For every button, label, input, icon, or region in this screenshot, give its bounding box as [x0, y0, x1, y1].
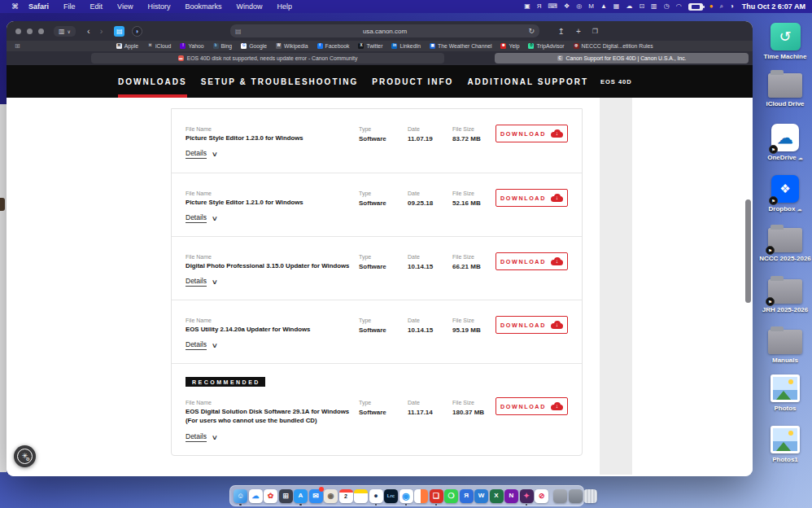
status-icon[interactable]: ◑ [730, 3, 734, 10]
site-nav-link[interactable]: PRODUCT INFO [372, 65, 453, 98]
download-button[interactable]: DOWNLOAD ↓ [495, 316, 568, 334]
dock-item[interactable] [553, 488, 567, 504]
bookmark-item[interactable]: b Bing [213, 43, 233, 49]
dock-app[interactable]: W [474, 488, 488, 504]
zoom-window-button[interactable] [38, 28, 44, 34]
status-icon[interactable]: ⌨ [548, 3, 558, 10]
menu-item[interactable]: View [117, 2, 133, 11]
details-toggle[interactable]: Details ∨ [186, 340, 217, 350]
desktop-icon-onedrive[interactable]: ☁ ⚑ OneDrive☁ [759, 124, 811, 161]
dock-app[interactable] [414, 488, 428, 504]
details-toggle[interactable]: Details ∨ [186, 149, 217, 159]
menu-item[interactable]: Window [236, 2, 262, 11]
desktop-icon-icloud-drive[interactable]: iCloud Drive [759, 73, 811, 107]
bookmark-item[interactable]: X Twitter [358, 43, 382, 49]
menu-clock[interactable]: Thu Oct 2 6:07 AM [742, 2, 805, 11]
bookmark-item[interactable]: in LinkedIn [391, 43, 421, 49]
status-icon[interactable]: ▦ [613, 3, 620, 10]
share-button[interactable]: ↥ [558, 27, 565, 36]
desktop-icon-photos[interactable]: Photos [759, 374, 811, 412]
close-window-button[interactable] [15, 28, 21, 34]
address-bar[interactable]: ▤ usa.canon.com ↻ [230, 24, 539, 37]
download-button[interactable]: DOWNLOAD ↓ [495, 252, 568, 270]
tab-canon-community[interactable]: ▬ EOS 40D disk not supported, needs upda… [91, 53, 444, 64]
status-icon[interactable]: ▥ [651, 3, 657, 10]
dock-app[interactable]: X [490, 488, 504, 504]
dock-app[interactable]: ✦ [520, 488, 534, 504]
status-icon[interactable]: ◎ [576, 3, 582, 10]
dock-app[interactable]: N [504, 488, 518, 504]
menu-item[interactable]: Help [277, 2, 292, 11]
menu-item[interactable]: Bookmarks [185, 2, 221, 11]
dock-app[interactable]: ✿ [264, 488, 277, 504]
details-toggle[interactable]: Details ∨ [186, 432, 217, 442]
desktop-icon-dropbox[interactable]: ❖ ⚑ Dropbox☁ [759, 175, 811, 212]
status-icon[interactable]: ● [709, 3, 714, 10]
dock-app[interactable]: ◉ [324, 488, 338, 504]
bookmark-item[interactable]: W Wikipedia [276, 43, 308, 49]
bookmark-item[interactable]: ! Yahoo [180, 43, 203, 49]
menu-item[interactable]: History [147, 2, 170, 11]
site-nav-link[interactable]: DOWNLOADS [118, 65, 187, 98]
status-icon[interactable]: ☁ [626, 3, 632, 10]
bookmark-item[interactable]: G Google [241, 43, 267, 49]
desktop-icon-photos1[interactable]: Photos1 [759, 426, 811, 463]
dock-app[interactable]: ❍ [444, 488, 458, 504]
status-icon[interactable]: Я [537, 3, 542, 10]
new-tab-button[interactable]: + [576, 27, 581, 36]
reload-icon[interactable]: ↻ [528, 27, 535, 35]
bookmark-item[interactable]: ▣ The Weather Channel [430, 43, 491, 49]
dock-app[interactable]: ⊘ [535, 488, 548, 504]
scrollbar-thumb[interactable] [745, 199, 751, 303]
details-toggle[interactable]: Details ∨ [186, 213, 217, 223]
dock-item[interactable] [583, 488, 597, 504]
status-icon[interactable]: ❖ [564, 3, 570, 10]
tab-canon-support[interactable]: C Canon Support for EOS 40D | Canon U.S.… [495, 53, 749, 64]
dock-app[interactable]: ☁ [249, 488, 263, 504]
apple-menu-icon[interactable]: ⌘ [11, 2, 19, 11]
status-icon[interactable]: ◠ [676, 3, 682, 10]
dock-app[interactable]: A [294, 488, 308, 504]
bookmarks-grid-icon[interactable]: ⊞ [15, 42, 20, 50]
url-text[interactable]: usa.canon.com [242, 28, 529, 35]
desktop-icon-time-machine[interactable]: ↺ Time Machine [759, 23, 811, 60]
status-icon[interactable]: ▲ [600, 3, 607, 10]
status-icon[interactable]: ⊡ [639, 3, 644, 10]
sidebar-toggle[interactable]: ▥ ∨ [54, 26, 76, 37]
site-nav-link[interactable]: ADDITIONAL SUPPORT [467, 65, 588, 98]
privacy-report-icon[interactable]: ▤ [235, 28, 242, 35]
minimize-window-button[interactable] [27, 28, 33, 34]
dock-app[interactable]: ◉ [399, 488, 413, 504]
bookmark-item[interactable]: ʘ TripAdvisor [528, 43, 564, 49]
status-icon[interactable]: ⌕ [719, 3, 723, 10]
desktop-icon-jrh-folder[interactable]: ⚑ JRH 2025-2026 [759, 279, 811, 313]
dock-app[interactable]: Я [460, 488, 474, 504]
download-button[interactable]: DOWNLOAD ↓ [495, 397, 568, 415]
details-toggle[interactable]: Details ∨ [186, 277, 217, 287]
content-blocker-icon[interactable]: ◗ [132, 26, 142, 37]
dock-app[interactable] [354, 488, 368, 504]
desktop-icon-nccc-folder[interactable]: ⚑ NCCC 2025-2026 [759, 228, 811, 262]
dock-app[interactable]: ⊞ [279, 488, 293, 504]
bookmark-item[interactable]: ⌘ Apple [116, 43, 138, 49]
bookmark-item[interactable]: ✺ Yelp [500, 43, 519, 49]
site-nav-link[interactable]: SETUP & TROUBLESHOOTING [201, 65, 359, 98]
menu-item[interactable]: File [63, 2, 76, 11]
menu-item[interactable]: Safari [28, 2, 49, 11]
battery-icon[interactable] [688, 3, 703, 11]
desktop-icon-manuals-folder[interactable]: Manuals [759, 330, 811, 364]
dock-item[interactable] [569, 488, 583, 504]
menu-item[interactable]: Edit [90, 2, 103, 11]
accessibility-shortcut-button[interactable]: ✳ ⚙ [14, 445, 36, 467]
dock-app[interactable]: ● [369, 488, 383, 504]
dock-app[interactable]: ☺ [234, 488, 247, 504]
status-icon[interactable]: ◷ [664, 3, 670, 10]
dock-app[interactable]: Lrc [384, 488, 398, 504]
dock-app[interactable]: 2 [339, 488, 353, 504]
download-button[interactable]: DOWNLOAD ↓ [495, 189, 568, 207]
back-button[interactable]: ‹ [87, 26, 90, 36]
forward-button[interactable]: › [100, 26, 103, 36]
extension-icon[interactable]: ▤ [114, 26, 124, 37]
dock-app[interactable]: ❏ [430, 488, 443, 504]
bookmark-item[interactable]: f Facebook [317, 43, 350, 49]
